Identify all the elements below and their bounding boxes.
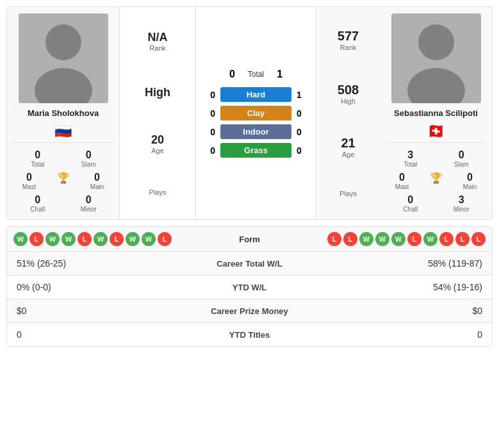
player1-plays: Plays xyxy=(149,188,167,196)
form-badge-p1: W xyxy=(142,232,156,246)
player2-chall: 0 Chall xyxy=(396,194,425,213)
form-badge-p2: L xyxy=(407,232,421,246)
indoor-right: 0 xyxy=(297,127,309,137)
stat-right-value: 0 xyxy=(307,329,483,340)
form-badge-p2: L xyxy=(343,232,357,246)
stat-left-value: 0 xyxy=(17,329,192,340)
stat-row: 51% (26-25)Career Total W/L58% (119-87) xyxy=(7,252,492,276)
player1-trophy-icon: 🏆 xyxy=(49,172,78,190)
form-left: WLWWLWLWWL xyxy=(13,232,211,246)
form-badge-p1: L xyxy=(110,232,124,246)
form-badge-p1: W xyxy=(126,232,140,246)
player2-rank: 577 Rank xyxy=(338,29,359,51)
stat-center-label: YTD Titles xyxy=(192,330,307,340)
form-badge-p1: L xyxy=(78,232,92,246)
player2-flag: 🇨🇭 xyxy=(427,123,445,140)
svg-point-1 xyxy=(45,24,81,60)
stat-row: 0YTD Titles0 xyxy=(7,323,492,346)
main-container: Maria Sholokhova 🇷🇺 0 Total 0 Slam 0 Mas… xyxy=(0,0,499,353)
form-badge-p1: L xyxy=(29,232,44,246)
hard-badge: Hard xyxy=(220,87,291,102)
grass-badge: Grass xyxy=(220,143,291,158)
form-label: Form xyxy=(211,235,288,244)
stat-right-value: 58% (119-87) xyxy=(307,258,483,269)
total-right: 1 xyxy=(277,69,282,80)
indoor-left: 0 xyxy=(202,127,215,137)
stats-table: WLWWLWLWWL Form LLWWWLWLLL 51% (26-25)Ca… xyxy=(6,226,493,347)
player2-name: Sebastianna Scilipoti xyxy=(394,108,478,118)
form-badge-p2: L xyxy=(455,232,470,246)
grass-right: 0 xyxy=(297,145,309,156)
player1-name: Maria Sholokhova xyxy=(28,108,99,118)
stat-left-value: $0 xyxy=(17,306,192,316)
form-badge-p2: L xyxy=(471,232,486,246)
stat-right-value: 54% (19-16) xyxy=(307,282,483,292)
player1-slam: 0 Slam xyxy=(74,149,103,168)
grass-left: 0 xyxy=(202,145,215,156)
player2-total: 3 Total xyxy=(396,149,425,168)
player1-chall: 0 Chall xyxy=(23,194,52,213)
form-badge-p1: W xyxy=(45,232,60,246)
indoor-badge: Indoor xyxy=(220,124,291,139)
player2-minor: 3 Minor xyxy=(447,194,476,213)
player2-card: Sebastianna Scilipoti 🇨🇭 3 Total 0 Slam … xyxy=(380,7,492,219)
clay-row: 0 Clay 0 xyxy=(202,106,309,120)
player1-minor: 0 Minor xyxy=(74,194,103,213)
player1-card: Maria Sholokhova 🇷🇺 0 Total 0 Slam 0 Mas… xyxy=(7,7,119,219)
stat-left-value: 0% (0-0) xyxy=(17,282,192,292)
form-badge-p2: W xyxy=(359,232,373,246)
court-section: 0 Total 1 0 Hard 1 0 Clay 0 0 Indoor 0 xyxy=(196,7,316,219)
player1-age: 20 Age xyxy=(151,133,164,154)
player2-plays: Plays xyxy=(339,190,357,197)
clay-left: 0 xyxy=(202,108,215,119)
stat-row: $0Career Prize Money$0 xyxy=(7,299,492,323)
player2-main: 0 Main xyxy=(455,172,484,190)
player1-rank: N/A Rank xyxy=(148,31,168,52)
player1-stats-panel: N/A Rank High 20 Age Plays xyxy=(119,7,196,219)
form-badge-p2: L xyxy=(327,232,341,246)
player2-trophy-icon: 🏆 xyxy=(421,172,450,190)
form-badge-p2: L xyxy=(439,232,454,246)
form-badge-p2: W xyxy=(375,232,389,246)
indoor-row: 0 Indoor 0 xyxy=(202,124,309,139)
player1-mast: 0 Mast xyxy=(15,172,44,190)
form-badge-p2: W xyxy=(423,232,438,246)
stat-center-label: YTD W/L xyxy=(192,283,307,292)
player2-stats-panel: 577 Rank 508 High 21 Age Plays xyxy=(316,7,380,219)
player2-avatar xyxy=(391,13,481,103)
form-badge-p1: L xyxy=(158,232,172,246)
clay-right: 0 xyxy=(297,108,309,119)
hard-right: 1 xyxy=(297,90,309,100)
form-right: LLWWWLWLLL xyxy=(288,232,486,246)
stat-right-value: $0 xyxy=(307,306,483,316)
player2-age: 21 Age xyxy=(341,136,355,158)
total-left: 0 xyxy=(229,69,235,80)
player1-avatar xyxy=(19,13,108,103)
player1-total: 0 Total xyxy=(23,149,52,168)
clay-badge: Clay xyxy=(220,106,291,120)
total-row: 0 Total 1 xyxy=(202,69,309,80)
stat-center-label: Career Total W/L xyxy=(192,259,307,269)
player2-high: 508 High xyxy=(338,83,359,105)
stat-left-value: 51% (26-25) xyxy=(17,258,192,269)
form-badge-p1: W xyxy=(94,232,108,246)
player1-high: High xyxy=(145,86,170,99)
player1-main: 0 Main xyxy=(83,172,111,190)
grass-row: 0 Grass 0 xyxy=(202,143,309,158)
form-badge-p1: W xyxy=(13,232,28,246)
total-label: Total xyxy=(248,70,264,79)
player2-mast: 0 Mast xyxy=(388,172,416,190)
stat-row: 0% (0-0)YTD W/L54% (19-16) xyxy=(7,276,492,299)
hard-row: 0 Hard 1 xyxy=(202,87,309,102)
svg-point-4 xyxy=(418,24,454,60)
form-badge-p2: W xyxy=(391,232,405,246)
players-section: Maria Sholokhova 🇷🇺 0 Total 0 Slam 0 Mas… xyxy=(6,6,493,220)
player2-slam: 0 Slam xyxy=(447,149,476,168)
stat-center-label: Career Prize Money xyxy=(192,306,307,316)
form-badge-p1: W xyxy=(61,232,76,246)
player1-flag: 🇷🇺 xyxy=(54,123,72,140)
form-row: WLWWLWLWWL Form LLWWWLWLLL xyxy=(7,227,492,252)
hard-left: 0 xyxy=(202,90,215,100)
